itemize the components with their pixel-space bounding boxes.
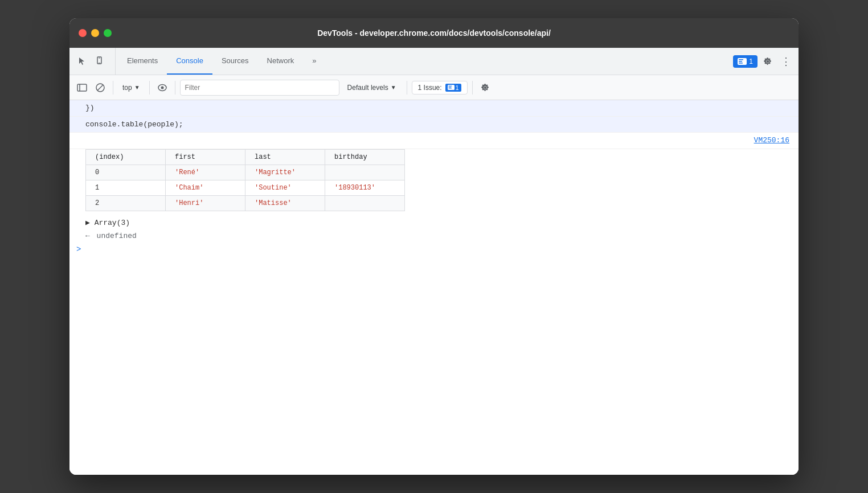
tab-network[interactable]: Network <box>258 48 304 75</box>
maximize-button[interactable] <box>104 29 112 37</box>
svg-rect-1 <box>99 57 100 58</box>
cell-birthday-1: '18930113' <box>325 180 405 195</box>
devtools-panel: Elements Console Sources Network » <box>69 48 799 475</box>
issues-button[interactable]: 1 Issue: 1 <box>412 81 468 95</box>
tab-sources[interactable]: Sources <box>212 48 258 75</box>
toolbar-separator-4 <box>407 81 407 95</box>
console-prompt[interactable]: > <box>69 243 799 256</box>
inspect-element-button[interactable] <box>74 54 90 69</box>
cell-index-2: 2 <box>86 195 166 211</box>
toolbar-separator-2 <box>149 81 150 95</box>
cell-first-2: 'Henri' <box>166 195 245 211</box>
chevron-down-icon: ▼ <box>134 84 140 91</box>
cursor-icon <box>77 56 87 67</box>
sidebar-icon <box>77 84 87 92</box>
tab-elements[interactable]: Elements <box>118 48 167 75</box>
filter-input[interactable] <box>180 80 339 96</box>
table-row: 2 'Henri' 'Matisse' <box>86 195 405 211</box>
console-gear-icon <box>480 83 490 93</box>
clear-console-button[interactable] <box>92 80 108 96</box>
device-toolbar-button[interactable] <box>92 54 108 69</box>
console-table: (index) first last birthday 0 'René' 'Ma… <box>85 149 405 211</box>
close-button[interactable] <box>79 29 87 37</box>
more-options-button[interactable]: ⋮ <box>778 54 794 69</box>
window-title: DevTools - developer.chrome.com/docs/dev… <box>317 28 551 38</box>
undefined-return: ← undefined <box>69 229 799 243</box>
console-settings-button[interactable] <box>477 80 493 96</box>
issue-badge-button[interactable]: 1 <box>733 55 758 68</box>
traffic-lights <box>79 29 112 37</box>
ban-icon <box>95 83 105 93</box>
tab-console[interactable]: Console <box>167 48 212 75</box>
col-header-index: (index) <box>86 149 166 165</box>
cell-last-1: 'Soutine' <box>245 180 325 195</box>
context-selector[interactable]: top ▼ <box>118 81 145 94</box>
array-expandable[interactable]: ▶ Array(3) <box>69 216 799 229</box>
col-header-last: last <box>245 149 325 165</box>
title-bar: DevTools - developer.chrome.com/docs/dev… <box>69 18 799 48</box>
console-table-wrapper: (index) first last birthday 0 'René' 'Ma… <box>69 149 799 216</box>
table-row: 0 'René' 'Magritte' <box>86 165 405 180</box>
vm-reference[interactable]: VM250:16 <box>69 133 799 149</box>
return-arrow-icon: ← <box>85 232 95 240</box>
svg-point-12 <box>161 86 163 89</box>
toolbar-separator-3 <box>175 81 175 95</box>
cell-first-1: 'Chaim' <box>166 180 245 195</box>
tab-bar: Elements Console Sources Network » <box>69 48 799 75</box>
svg-rect-15 <box>448 87 451 88</box>
issue-count-badge: 1 <box>445 84 461 92</box>
col-header-birthday: birthday <box>325 149 405 165</box>
toolbar-separator-1 <box>113 81 113 95</box>
tabbar-right: 1 ⋮ <box>733 48 794 75</box>
issue-badge-icon <box>448 85 455 90</box>
cell-birthday-0 <box>325 165 405 180</box>
toolbar-separator-5 <box>472 81 473 95</box>
svg-rect-4 <box>739 59 743 60</box>
minimize-button[interactable] <box>91 29 99 37</box>
table-header-row: (index) first last birthday <box>86 149 405 165</box>
cell-last-0: 'Magritte' <box>245 165 325 180</box>
toolbar-icons <box>74 48 116 75</box>
gear-icon <box>763 56 773 67</box>
console-code-line-2: console.table(people); <box>69 117 799 133</box>
ellipsis-icon: ⋮ <box>781 55 791 68</box>
svg-rect-16 <box>448 88 452 89</box>
svg-rect-6 <box>739 63 743 64</box>
device-icon <box>95 56 105 67</box>
issue-icon <box>738 58 747 65</box>
log-levels-button[interactable]: Default levels ▼ <box>342 81 402 94</box>
svg-rect-7 <box>77 84 87 91</box>
cell-last-2: 'Matisse' <box>245 195 325 211</box>
svg-line-10 <box>97 85 103 91</box>
table-row: 1 'Chaim' 'Soutine' '18930113' <box>86 180 405 195</box>
svg-rect-14 <box>448 86 452 87</box>
cell-first-0: 'René' <box>166 165 245 180</box>
console-output: }) console.table(people); VM250:16 (inde… <box>69 100 799 475</box>
cell-index-1: 1 <box>86 180 166 195</box>
eye-icon <box>157 84 167 92</box>
console-toolbar: top ▼ Default levels ▼ 1 Issue: <box>69 75 799 100</box>
devtools-window: DevTools - developer.chrome.com/docs/dev… <box>69 18 799 475</box>
svg-rect-2 <box>99 63 101 63</box>
console-code-line-1: }) <box>69 100 799 117</box>
cell-birthday-2 <box>325 195 405 211</box>
col-header-first: first <box>166 149 245 165</box>
eye-button[interactable] <box>154 80 170 96</box>
svg-rect-5 <box>739 61 742 62</box>
settings-button[interactable] <box>760 54 776 69</box>
sidebar-toggle-button[interactable] <box>74 80 90 96</box>
levels-chevron-icon: ▼ <box>391 84 396 91</box>
main-tabs: Elements Console Sources Network » <box>118 48 733 75</box>
cell-index-0: 0 <box>86 165 166 180</box>
tab-more[interactable]: » <box>303 48 325 75</box>
